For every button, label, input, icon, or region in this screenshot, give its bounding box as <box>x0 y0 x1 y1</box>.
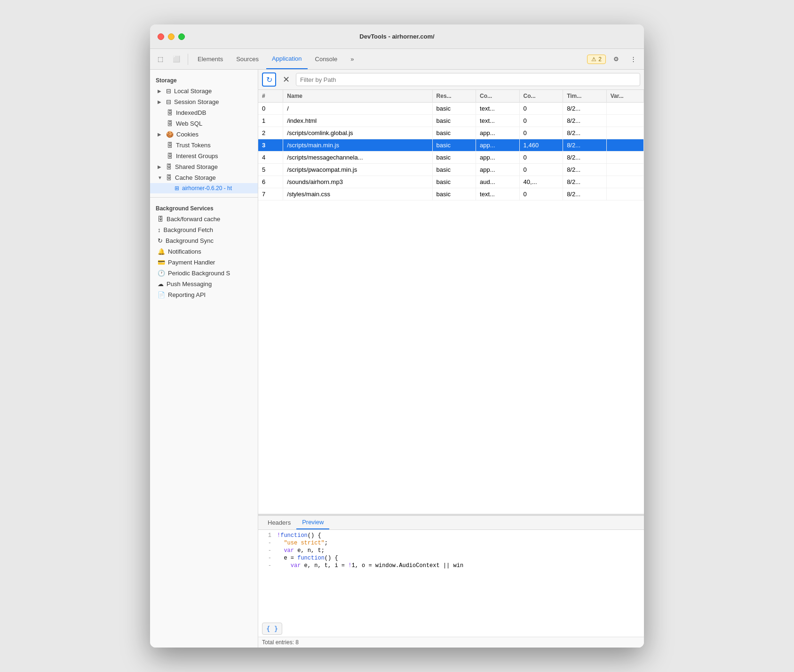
cell-tim: 8/2... <box>563 103 607 115</box>
cell-var <box>606 188 643 200</box>
warning-badge[interactable]: ⚠ 2 <box>587 55 606 64</box>
cell-num: 3 <box>258 139 283 152</box>
cell-co1: text... <box>476 188 520 200</box>
minimize-button[interactable] <box>168 33 175 40</box>
sidebar-item-web-sql[interactable]: 🗄 Web SQL <box>150 118 258 129</box>
reporting-icon: 📄 <box>158 291 165 298</box>
cell-co2: 1,460 <box>519 139 563 152</box>
sidebar-item-label: Trust Tokens <box>176 142 211 149</box>
device-toggle-button[interactable]: ⬜ <box>169 54 184 64</box>
tab-headers[interactable]: Headers <box>262 516 296 529</box>
tab-elements[interactable]: Elements <box>192 49 229 69</box>
pretty-print-btn[interactable]: { } <box>258 621 644 637</box>
cell-tim: 8/2... <box>563 139 607 152</box>
cell-res: basic <box>432 139 476 152</box>
arrow-icon: ▶ <box>158 99 163 104</box>
inspect-element-button[interactable]: ⬚ <box>154 54 167 64</box>
more-options-button[interactable]: ⋮ <box>627 54 640 64</box>
sidebar-item-label: Notifications <box>168 248 201 255</box>
sidebar-item-label: Background Sync <box>166 237 214 244</box>
cell-tim: 8/2... <box>563 188 607 200</box>
tab-sources[interactable]: Sources <box>230 49 264 69</box>
table-row[interactable]: 7/styles/main.cssbasictext...08/2... <box>258 188 644 200</box>
trust-icon: 🗄 <box>167 142 173 149</box>
col-header-co1: Co... <box>476 90 520 103</box>
clear-button[interactable]: ✕ <box>279 72 293 87</box>
table-row[interactable]: 6/sounds/airhorn.mp3basicaud...40,...8/2… <box>258 176 644 188</box>
main-content: Storage ▶ ⊟ Local Storage ▶ ⊟ Session St… <box>150 70 644 648</box>
filter-input[interactable] <box>296 73 640 86</box>
cell-res: basic <box>432 164 476 176</box>
bottom-panel: Headers Preview 1 !function() { - "use s… <box>258 516 644 648</box>
cell-co2: 0 <box>519 115 563 127</box>
tab-preview[interactable]: Preview <box>296 516 329 529</box>
sidebar-item-periodic-bg[interactable]: 🕐 Periodic Background S <box>150 268 258 279</box>
sidebar-item-cookies[interactable]: ▶ 🍪 Cookies <box>150 129 258 140</box>
sidebar-item-trust-tokens[interactable]: 🗄 Trust Tokens <box>150 140 258 151</box>
cell-name: /styles/main.css <box>283 188 432 200</box>
sidebar-item-local-storage[interactable]: ▶ ⊟ Local Storage <box>150 86 258 96</box>
cell-co2: 0 <box>519 188 563 200</box>
refresh-button[interactable]: ↻ <box>262 72 276 87</box>
sidebar-item-notifications[interactable]: 🔔 Notifications <box>150 246 258 257</box>
shared-storage-icon: 🗄 <box>166 163 172 170</box>
col-header-name: Name <box>283 90 432 103</box>
maximize-button[interactable] <box>178 33 185 40</box>
col-header-var: Var... <box>606 90 643 103</box>
sidebar-item-interest-groups[interactable]: 🗄 Interest Groups <box>150 151 258 161</box>
table-row[interactable]: 3/scripts/main.min.jsbasicapp...1,4608/2… <box>258 139 644 152</box>
sidebar-item-cache-storage[interactable]: ▼ 🗄 Cache Storage <box>150 172 258 183</box>
sidebar-item-push-messaging[interactable]: ☁ Push Messaging <box>150 279 258 289</box>
cell-num: 6 <box>258 176 283 188</box>
line-content: var e, n, t; <box>277 547 644 554</box>
local-storage-icon: ⊟ <box>166 88 171 95</box>
sidebar-item-payment-handler[interactable]: 💳 Payment Handler <box>150 257 258 268</box>
sidebar-item-label: Reporting API <box>168 291 206 298</box>
cell-var <box>606 103 643 115</box>
total-entries: Total entries: 8 <box>258 637 644 648</box>
sidebar-item-label: Push Messaging <box>167 280 212 288</box>
arrow-icon: ▶ <box>158 164 163 169</box>
tab-console[interactable]: Console <box>310 49 343 69</box>
table-row[interactable]: 4/scripts/messagechannela...basicapp...0… <box>258 152 644 164</box>
sidebar: Storage ▶ ⊟ Local Storage ▶ ⊟ Session St… <box>150 70 258 648</box>
cell-var <box>606 139 643 152</box>
line-content: "use strict"; <box>277 540 644 546</box>
table-row[interactable]: 2/scripts/comlink.global.jsbasicapp...08… <box>258 127 644 139</box>
table-row[interactable]: 0/basictext...08/2... <box>258 103 644 115</box>
table-row[interactable]: 5/scripts/pwacompat.min.jsbasicapp...08/… <box>258 164 644 176</box>
toolbar-right: ⚠ 2 ⚙ ⋮ <box>587 54 640 64</box>
sidebar-item-cache-entry[interactable]: ⊞ airhorner-0.6.20 - ht <box>150 183 258 193</box>
sidebar-item-bg-fetch[interactable]: ↕ Background Fetch <box>150 224 258 235</box>
code-line-1: 1 !function() { <box>258 532 644 539</box>
cell-name: /sounds/airhorn.mp3 <box>283 176 432 188</box>
cell-name: /index.html <box>283 115 432 127</box>
cell-co2: 0 <box>519 103 563 115</box>
storage-section-title: Storage <box>150 73 258 86</box>
cache-entry-icon: ⊞ <box>175 185 179 192</box>
bg-fetch-icon: ↕ <box>158 226 161 233</box>
settings-button[interactable]: ⚙ <box>610 54 623 64</box>
table-row[interactable]: 1/index.htmlbasictext...08/2... <box>258 115 644 127</box>
cell-co1: app... <box>476 127 520 139</box>
sidebar-item-label: Periodic Background S <box>168 270 230 277</box>
sidebar-item-shared-storage[interactable]: ▶ 🗄 Shared Storage <box>150 161 258 172</box>
db-icon: 🗄 <box>167 109 173 116</box>
cell-co2: 40,... <box>519 176 563 188</box>
cookie-icon: 🍪 <box>166 131 174 138</box>
sidebar-item-bg-sync[interactable]: ↻ Background Sync <box>150 235 258 246</box>
sidebar-item-back-forward[interactable]: 🗄 Back/forward cache <box>150 214 258 224</box>
cell-name: /scripts/messagechannela... <box>283 152 432 164</box>
close-button[interactable] <box>158 33 164 40</box>
window-title: DevTools - airhorner.com/ <box>359 33 434 40</box>
more-icon: ⋮ <box>630 56 636 63</box>
sidebar-item-indexeddb[interactable]: 🗄 IndexedDB <box>150 107 258 118</box>
cell-co1: app... <box>476 139 520 152</box>
tab-application[interactable]: Application <box>266 49 308 69</box>
sidebar-item-session-storage[interactable]: ▶ ⊟ Session Storage <box>150 96 258 107</box>
sidebar-item-reporting-api[interactable]: 📄 Reporting API <box>150 289 258 300</box>
tab-more[interactable]: » <box>345 49 359 69</box>
main-toolbar: ⬚ ⬜ Elements Sources Application Console… <box>150 49 644 70</box>
cell-res: basic <box>432 115 476 127</box>
cache-table: # Name Res... Co... Co... Tim... Var... … <box>258 90 644 200</box>
